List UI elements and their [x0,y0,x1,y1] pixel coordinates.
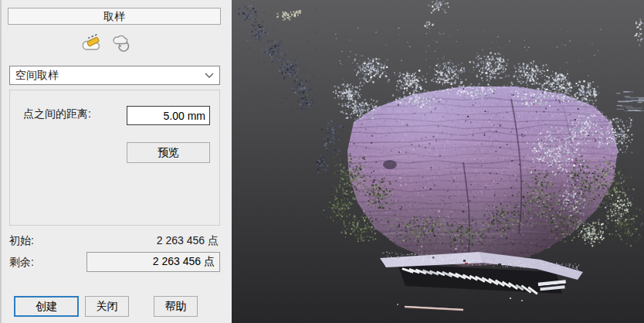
spacing-input[interactable] [127,106,210,125]
initial-label: 初始: [9,234,34,248]
point-cloud-canvas[interactable] [232,0,644,323]
sampling-method-select[interactable]: 空间取样 [9,66,220,85]
remaining-field[interactable] [86,252,220,272]
create-button[interactable]: 创建 [14,296,79,317]
panel-title: 取样 [8,8,221,25]
chevron-down-icon [205,73,214,78]
viewport-3d [232,0,644,323]
sampling-dialog-window: 取样 空间取样 [0,0,644,323]
spacing-label: 点之间的距离: [23,107,91,121]
sampling-method-value: 空间取样 [15,69,59,83]
remaining-label: 剩余: [9,256,34,270]
preview-button[interactable]: 预览 [127,142,210,163]
sample-brush-button[interactable] [80,32,103,54]
toolbar [80,32,133,54]
cloud-refresh-button[interactable] [110,32,133,54]
close-button[interactable]: 关闭 [85,296,129,317]
help-button[interactable]: 帮助 [154,296,198,317]
initial-value: 2 263 456 点 [157,234,219,248]
cloud-refresh-icon [110,33,132,53]
sampling-panel: 取样 空间取样 [0,0,232,323]
sample-brush-icon [81,33,103,53]
